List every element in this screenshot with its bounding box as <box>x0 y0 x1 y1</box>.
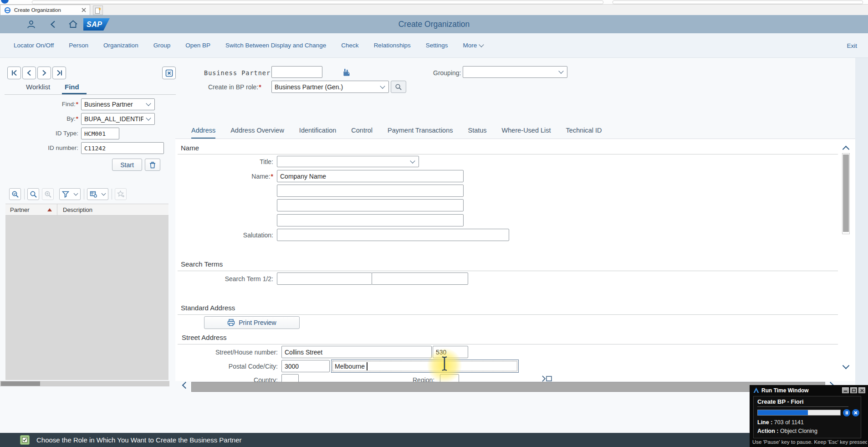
tab-close-icon[interactable] <box>82 8 86 12</box>
cancel-icon[interactable] <box>852 409 859 416</box>
city-input[interactable]: Melbourne <box>331 360 519 373</box>
column-description[interactable]: Description <box>63 206 92 213</box>
tab-technical-id[interactable]: Technical ID <box>566 127 602 139</box>
menu-item-check[interactable]: Check <box>341 42 358 49</box>
tab-find[interactable]: Find <box>65 83 79 91</box>
name-input-2[interactable] <box>277 185 464 197</box>
tab-status[interactable]: Status <box>468 127 487 139</box>
menu-item-group[interactable]: Group <box>153 42 171 49</box>
runtime-window-title: Run Time Window <box>761 387 809 394</box>
search-next-icon[interactable] <box>42 188 54 200</box>
tab-control[interactable]: Control <box>351 127 373 139</box>
locator-hscrollbar-thumb[interactable] <box>1 381 40 386</box>
tab-address[interactable]: Address <box>191 127 215 139</box>
id-type-input[interactable] <box>81 128 119 139</box>
section-divider <box>178 314 838 315</box>
column-partner[interactable]: Partner <box>10 206 30 213</box>
maximize-icon[interactable] <box>850 387 857 393</box>
id-number-input[interactable] <box>81 142 164 154</box>
postal-code-label: Postal Code/City: <box>159 363 278 370</box>
house-number-input[interactable] <box>433 346 468 358</box>
street-input[interactable] <box>281 346 432 358</box>
tab-address-overview[interactable]: Address Overview <box>230 127 284 139</box>
main-hscrollbar[interactable] <box>191 382 825 392</box>
chevron-down-icon <box>380 83 385 88</box>
search-term2-input[interactable] <box>372 272 468 285</box>
address-field[interactable] <box>32 0 603 4</box>
column-divider[interactable] <box>57 204 57 216</box>
ibeam-cursor <box>440 355 449 372</box>
section-standard-address: Standard Address <box>181 304 235 312</box>
tab-payment-transactions[interactable]: Payment Transactions <box>388 127 453 139</box>
new-tab-button[interactable] <box>93 5 103 15</box>
menu-item-open-bp[interactable]: Open BP <box>185 42 210 49</box>
menu-item-locator-on-off[interactable]: Locator On/Off <box>14 42 54 49</box>
bp-role-select[interactable]: Business Partner (Gen.) <box>271 81 389 93</box>
street-label: Street/House number: <box>159 349 278 356</box>
print-preview-button[interactable]: Print Preview <box>204 316 300 329</box>
minimize-icon[interactable] <box>842 387 849 393</box>
business-partner-input[interactable] <box>271 66 322 78</box>
start-button[interactable]: Start <box>112 159 142 171</box>
close-icon[interactable] <box>858 387 865 393</box>
by-select-value: BUPA_ALL_IDENTIF... <box>84 115 143 123</box>
nav-next-button[interactable] <box>37 67 51 79</box>
right-margin <box>855 58 868 433</box>
section-divider <box>178 271 838 271</box>
close-locator-button[interactable] <box>162 67 176 79</box>
autoit-icon <box>753 387 759 393</box>
by-select[interactable]: BUPA_ALL_IDENTIF... <box>81 113 155 125</box>
vertical-scrollbar-thumb[interactable] <box>843 154 849 232</box>
postal-code-input[interactable] <box>281 360 330 372</box>
menu-item-settings[interactable]: Settings <box>426 42 448 49</box>
menu-item-switch-display-change[interactable]: Switch Between Display and Change <box>225 42 326 49</box>
runtime-line-label: Line : <box>757 419 772 426</box>
filter-icon[interactable] <box>59 188 71 200</box>
name-input[interactable] <box>277 170 464 182</box>
browser-tab[interactable]: Create Organization <box>0 5 90 15</box>
search-field[interactable] <box>613 0 863 4</box>
favorite-add-icon[interactable] <box>115 188 127 200</box>
id-number-label: ID number: <box>10 144 78 151</box>
city-value: Melbourne <box>335 363 365 370</box>
find-label: Find: <box>10 101 78 108</box>
result-table-header: Partner Description <box>5 204 168 216</box>
browser-back-button[interactable] <box>1 0 9 4</box>
search-term1-input[interactable] <box>277 272 372 285</box>
find-select[interactable]: Business Partner <box>81 98 155 110</box>
bp-role-label: Create in BP role: <box>208 83 261 91</box>
menu-item-more[interactable]: More <box>463 42 483 49</box>
tab-identification[interactable]: Identification <box>299 127 336 139</box>
name-input-3[interactable] <box>277 199 464 211</box>
section-divider <box>178 154 838 154</box>
tab-where-used-list[interactable]: Where-Used List <box>502 127 551 139</box>
menu-item-organization[interactable]: Organization <box>103 42 138 49</box>
bp-tabstrip: Address Address Overview Identification … <box>191 127 602 139</box>
tab-worklist[interactable]: Worklist <box>26 83 50 91</box>
chevron-down-icon <box>558 68 563 73</box>
title-select[interactable] <box>277 156 419 167</box>
name-input-4[interactable] <box>277 214 464 226</box>
bp-role-search-button[interactable] <box>391 81 406 93</box>
nav-first-button[interactable] <box>7 67 21 79</box>
locator-divider <box>5 94 176 95</box>
table-settings-chevron-icon[interactable] <box>99 188 108 200</box>
nav-last-button[interactable] <box>52 67 66 79</box>
salutation-input[interactable] <box>277 229 509 241</box>
sort-ascending-icon[interactable] <box>47 208 52 211</box>
menu-item-relationships[interactable]: Relationships <box>374 42 411 49</box>
nav-previous-button[interactable] <box>22 67 36 79</box>
toolbar-separator <box>84 189 84 200</box>
zoom-search-icon[interactable] <box>9 188 21 200</box>
menu-item-exit[interactable]: Exit <box>847 33 857 58</box>
toolbar-separator <box>112 189 112 200</box>
search-icon[interactable] <box>27 188 39 200</box>
business-partner-label: Business Partner: <box>204 69 275 77</box>
table-settings-icon[interactable] <box>87 188 99 200</box>
filter-menu-chevron-icon[interactable] <box>71 188 81 200</box>
section-search-terms: Search Terms <box>181 260 223 268</box>
grouping-select[interactable] <box>463 66 567 78</box>
pause-icon[interactable] <box>843 409 850 416</box>
menu-item-person[interactable]: Person <box>69 42 88 49</box>
runtime-task-panel: Create BP - Fiori Line : 703 of 1141 Act… <box>753 396 861 438</box>
